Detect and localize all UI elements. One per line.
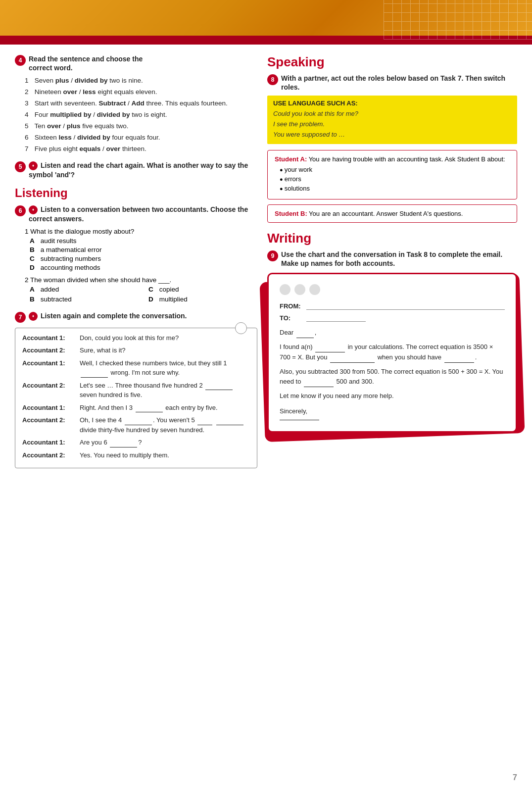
blank-6[interactable] bbox=[110, 447, 137, 447]
list-item: errors bbox=[280, 175, 510, 183]
to-field[interactable] bbox=[306, 314, 366, 322]
conv-text: Don, could you look at this for me? bbox=[80, 333, 250, 343]
blank-4[interactable] bbox=[125, 425, 152, 425]
audio-icon[interactable] bbox=[29, 161, 38, 170]
task-5-section: 5 Listen and read the chart again. What … bbox=[15, 161, 257, 179]
speaker-label: Accountant 1: bbox=[22, 333, 77, 343]
task-4-title: Read the sentence and choose the correct… bbox=[29, 54, 143, 72]
use-language-item-3: You were supposed to … bbox=[273, 130, 511, 140]
use-language-title: USE LANGUAGE SUCH AS: bbox=[273, 99, 511, 107]
bubble-marker bbox=[235, 322, 247, 334]
right-column: Speaking 8 With a partner, act out the r… bbox=[267, 54, 517, 475]
top-banner bbox=[0, 0, 532, 45]
task-5-number: 5 bbox=[15, 161, 26, 172]
question-1-text: 1 What is the dialogue mostly about? bbox=[25, 228, 257, 235]
student-b-text: You are an accountant. Answer Student A'… bbox=[309, 210, 463, 217]
blank-3[interactable] bbox=[136, 412, 163, 412]
speaker-label: Accountant 1: bbox=[22, 438, 77, 447]
speaking-heading: Speaking bbox=[267, 54, 517, 70]
task-9-title: Use the chart and the conversation in Ta… bbox=[281, 250, 517, 268]
signature-line[interactable] bbox=[280, 420, 319, 420]
audio-icon-6[interactable] bbox=[29, 205, 38, 214]
conv-text: Well, I checked these numbers twice, but… bbox=[80, 358, 250, 378]
email-dot-1 bbox=[280, 284, 290, 295]
to-label: TO: bbox=[280, 314, 304, 322]
dear-line: Dear , bbox=[280, 328, 505, 338]
email-card-wrapper: FROM: TO: Dear , I found a(n) in your ca… bbox=[267, 273, 517, 433]
conv-row-a2-4: Accountant 2: Yes. You need to multiply … bbox=[22, 450, 250, 460]
conversation-box: Accountant 1: Don, could you look at thi… bbox=[15, 328, 257, 469]
task-5-header: 5 Listen and read the chart again. What … bbox=[15, 161, 257, 179]
use-language-box: USE LANGUAGE SUCH AS: Could you look at … bbox=[267, 96, 517, 144]
use-language-item-2: I see the problem. bbox=[273, 119, 511, 130]
task-5-title: Listen and read the chart again. What is… bbox=[29, 161, 257, 179]
student-a-label: Student A: bbox=[275, 155, 307, 163]
task-9-number: 9 bbox=[267, 250, 278, 261]
list-item: 7 Five plus eight equals / over thirteen… bbox=[25, 145, 257, 154]
email-para-2: Also, you subtracted 300 from 500. The c… bbox=[280, 367, 505, 388]
from-label: FROM: bbox=[280, 302, 304, 310]
conv-text: Yes. You need to multiply them. bbox=[80, 450, 250, 460]
speaker-label: Accountant 1: bbox=[22, 403, 77, 413]
email-body: Dear , I found a(n) in your calculations… bbox=[280, 328, 505, 420]
list-item: 5 Ten over / plus five equals two. bbox=[25, 122, 257, 131]
conv-row-a2-2: Accountant 2: Let's see … Three thousand… bbox=[22, 381, 250, 400]
list-item: 6 Sixteen less / divided by four equals … bbox=[25, 133, 257, 143]
mc-options-1: A audit results B a mathematical error C… bbox=[30, 237, 257, 271]
speaker-label: Accountant 1: bbox=[22, 358, 77, 378]
list-item: B subtracted bbox=[30, 296, 139, 303]
task-8-number: 8 bbox=[267, 74, 278, 85]
blank-5b[interactable] bbox=[216, 425, 243, 425]
listening-heading: Listening bbox=[15, 186, 257, 200]
blank-1[interactable] bbox=[81, 377, 108, 378]
audio-icon-7[interactable] bbox=[29, 312, 38, 321]
email-dots bbox=[280, 284, 505, 295]
list-item: C subtracting numbers bbox=[30, 255, 257, 262]
conv-text: Right. And then I 3 each entry by five. bbox=[80, 403, 250, 413]
email-blank-4[interactable] bbox=[304, 387, 334, 387]
email-blank-3[interactable] bbox=[444, 362, 474, 363]
list-item: 3 Start with seventeen. Subtract / Add t… bbox=[25, 99, 257, 108]
conv-row-a1-3: Accountant 1: Right. And then I 3 each e… bbox=[22, 403, 250, 413]
email-from-row: FROM: bbox=[280, 302, 505, 310]
email-blank-1[interactable] bbox=[315, 352, 345, 352]
list-item: A added bbox=[30, 286, 139, 293]
list-item: C copied bbox=[148, 286, 257, 293]
email-sincerely: Sincerely, bbox=[280, 406, 505, 417]
speaker-label: Accountant 2: bbox=[22, 450, 77, 460]
student-a-box: Student A: You are having trouble with a… bbox=[267, 150, 517, 199]
task-6-section: 6 Listen to a conversation between two a… bbox=[15, 205, 257, 304]
task-6-header: 6 Listen to a conversation between two a… bbox=[15, 205, 257, 223]
task-8-section: 8 With a partner, act out the roles belo… bbox=[267, 74, 517, 223]
task-7-number: 7 bbox=[15, 312, 26, 323]
list-item: D multiplied bbox=[148, 296, 257, 303]
list-item: D accounting methods bbox=[30, 264, 257, 271]
task-9-section: 9 Use the chart and the conversation in … bbox=[267, 250, 517, 433]
email-para-3: Let me know if you need any more help. bbox=[280, 391, 505, 401]
email-to-row: TO: bbox=[280, 314, 505, 322]
list-item: B a mathematical error bbox=[30, 246, 257, 253]
task-7-title: Listen again and complete the conversati… bbox=[29, 311, 187, 321]
list-item: your work bbox=[280, 166, 510, 173]
speaker-label: Accountant 2: bbox=[22, 346, 77, 355]
email-para-1: I found a(n) in your calculations. The c… bbox=[280, 342, 505, 363]
task-4-number: 4 bbox=[15, 55, 26, 66]
task-8-header: 8 With a partner, act out the roles belo… bbox=[267, 74, 517, 92]
task-6-number: 6 bbox=[15, 205, 26, 216]
mc-options-2: A added C copied B subtracted D multipli… bbox=[30, 286, 257, 304]
blank-2[interactable] bbox=[205, 390, 233, 390]
blank-5a[interactable] bbox=[197, 425, 212, 425]
task-4-header: 4 Read the sentence and choose the corre… bbox=[15, 54, 257, 72]
task-4-list: 1 Seven plus / divided by two is nine. 2… bbox=[25, 76, 257, 153]
student-b-label: Student B: bbox=[275, 210, 307, 217]
from-field[interactable] bbox=[306, 302, 505, 310]
email-dot-2 bbox=[294, 284, 305, 295]
dear-blank[interactable] bbox=[296, 338, 314, 338]
conv-text: Oh, I see the 4 . You weren't 5 divide t… bbox=[80, 415, 250, 435]
mc-question-2: 2 The woman divided when she should have… bbox=[25, 276, 257, 304]
conv-text: Are you 6 ? bbox=[80, 438, 250, 447]
email-blank-2[interactable] bbox=[330, 362, 375, 363]
conv-row-a1-1: Accountant 1: Don, could you look at thi… bbox=[22, 333, 250, 343]
list-item: A audit results bbox=[30, 237, 257, 245]
speaker-label: Accountant 2: bbox=[22, 381, 77, 400]
